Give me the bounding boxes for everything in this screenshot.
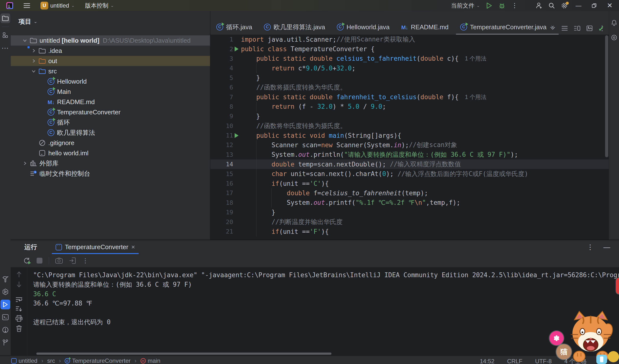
usages-inlay-hint[interactable]: 1 个用法 xyxy=(459,55,486,62)
editor-tab-README.md[interactable]: M↓README.md xyxy=(395,19,454,35)
window-minimize-button[interactable]: — xyxy=(572,1,585,11)
add-user-icon[interactable] xyxy=(534,1,544,10)
code-line-15[interactable]: 15 char unit=scan.next().charAt(0); //输入… xyxy=(211,169,619,179)
tree-item-Main[interactable]: CMain xyxy=(11,86,210,97)
settings-gear-icon[interactable] xyxy=(559,1,570,10)
stop-button[interactable] xyxy=(37,258,42,264)
code-line-3[interactable]: 3 public static double celsius_to_fahren… xyxy=(211,54,619,63)
tab-list-icon[interactable] xyxy=(562,26,567,31)
build-tool-button[interactable] xyxy=(0,274,10,284)
tree-item-临时文件和控制台[interactable]: 临时文件和控制台 xyxy=(11,168,210,179)
usages-inlay-hint[interactable]: 1 个用法 xyxy=(459,93,486,101)
run-panel-hide-icon[interactable]: — xyxy=(603,243,610,251)
code-line-1[interactable]: 1import java.util.Scanner;//使用Scanner类获取… xyxy=(211,35,619,44)
code-line-17[interactable]: 17 double f=celsius_to_fahrenheit(temp); xyxy=(211,188,619,198)
preview-image-icon[interactable] xyxy=(587,26,592,31)
status-item[interactable]: CRLF xyxy=(507,358,522,364)
console-output[interactable]: "C:\Program Files\Java\jdk-22\bin\java.e… xyxy=(27,267,619,356)
code-line-14[interactable]: 14 double temp=scan.nextDouble(); //输入双精… xyxy=(211,159,619,169)
debug-button[interactable] xyxy=(497,1,507,10)
rerun-button[interactable] xyxy=(23,257,30,264)
code-view[interactable]: 1import java.util.Scanner;//使用Scanner类获取… xyxy=(211,35,619,236)
editor-vertical-scrollbar[interactable] xyxy=(605,35,608,157)
breadcrumb-item-TemperatureConverter[interactable]: CTemperatureConverter xyxy=(65,357,130,364)
code-line-10[interactable]: 10 //函数将华氏度转换为摄氏度。 xyxy=(211,121,619,131)
search-everywhere-icon[interactable] xyxy=(546,1,557,10)
hidden-tabs-chevron-icon[interactable] xyxy=(550,27,555,30)
inspections-ok-check-icon[interactable]: ✓ xyxy=(598,24,604,33)
code-line-16[interactable]: 16 if(unit =='C'){ xyxy=(211,179,619,188)
split-editor-icon[interactable] xyxy=(574,26,580,31)
code-line-21[interactable]: 21 if(unit =='F'){ xyxy=(211,227,619,236)
services-tool-button[interactable] xyxy=(0,287,10,297)
code-line-4[interactable]: 4 return c*9.0/5.0+32.0; xyxy=(211,63,619,73)
tree-item-.gitignore[interactable]: .gitignore xyxy=(11,138,210,148)
run-tool-button[interactable] xyxy=(0,300,10,309)
next-occurrence-icon[interactable] xyxy=(16,281,22,287)
code-line-5[interactable]: 5 } xyxy=(211,73,619,83)
console-horizontal-scrollbar[interactable] xyxy=(36,352,331,355)
code-line-6[interactable]: 6 //函数将摄氏度转换为华氏度。 xyxy=(211,83,619,92)
code-line-2[interactable]: 2public class TemperatureConverter { xyxy=(211,44,619,54)
editor-tab-TemperatureConverter.java[interactable]: CTemperatureConverter.java× xyxy=(454,19,560,35)
code-line-19[interactable]: 19 } xyxy=(211,208,619,217)
code-line-18[interactable]: 18 System.out.printf("%.1f ℃=%.2f ℉\n",t… xyxy=(211,198,619,208)
print-icon[interactable] xyxy=(16,315,22,322)
code-line-7[interactable]: 7 public static double fahrenheit_to_cel… xyxy=(211,92,619,102)
prev-occurrence-icon[interactable] xyxy=(16,271,22,278)
more-tools-button[interactable]: ⋯ xyxy=(0,43,10,53)
main-menu-hamburger-icon[interactable] xyxy=(21,1,32,10)
terminal-tool-button[interactable] xyxy=(0,312,10,322)
vcs-widget[interactable]: 版本控制 ⌄ xyxy=(83,1,116,11)
status-item[interactable]: UTF-8 xyxy=(535,358,552,364)
more-actions-kebab-icon[interactable]: ⋮ xyxy=(509,1,520,10)
ai-assistant-icon[interactable] xyxy=(611,34,617,41)
window-restore-button[interactable] xyxy=(587,1,601,11)
project-widget[interactable]: U untitled ⌄ xyxy=(39,1,77,11)
run-panel-kebab-icon[interactable]: ⋮ xyxy=(587,243,594,251)
git-tool-button[interactable] xyxy=(0,338,10,348)
run-gutter-icon[interactable] xyxy=(235,47,239,51)
run-button[interactable] xyxy=(484,1,495,10)
code-line-8[interactable]: 8 return (f - 32.0) * 5.0 / 9.0; xyxy=(211,102,619,112)
tree-item-循环[interactable]: C循环 xyxy=(11,117,210,127)
tree-item-untitled[interactable]: untitled [hello world]D:\ASUS\Desktop\Ja… xyxy=(11,35,210,46)
notifications-bell-icon[interactable] xyxy=(611,19,617,26)
editor-tab-循环.java[interactable]: C循环.java xyxy=(211,19,258,35)
scroll-to-end-icon[interactable] xyxy=(16,306,22,312)
window-close-button[interactable]: ✕ xyxy=(603,1,617,11)
editor-tab-Helloworld.java[interactable]: CHelloworld.java xyxy=(331,19,395,35)
tree-item-欧几里得算法[interactable]: C欧几里得算法 xyxy=(11,127,210,138)
tree-item-hello world.iml[interactable]: hello world.iml xyxy=(11,148,210,158)
run-toolbar-kebab-icon[interactable]: ⋮ xyxy=(82,257,88,265)
status-item[interactable]: 14:52 xyxy=(480,358,494,364)
tree-item-外部库[interactable]: 外部库 xyxy=(11,158,210,168)
run-tab-close-icon[interactable]: × xyxy=(131,243,135,251)
tree-item-Helloworld[interactable]: CHelloworld xyxy=(11,76,210,86)
tree-item-.idea[interactable]: .idea xyxy=(11,46,210,56)
clear-console-trash-icon[interactable] xyxy=(16,325,22,332)
thread-dump-camera-icon[interactable] xyxy=(55,258,63,264)
tree-item-src[interactable]: src xyxy=(11,66,210,76)
run-tab[interactable]: TemperatureConverter × xyxy=(52,240,139,254)
project-tool-button[interactable] xyxy=(0,14,10,23)
code-line-12[interactable]: 12 Scanner scan=new Scanner(System.in);/… xyxy=(211,140,619,150)
run-gutter-icon[interactable] xyxy=(235,133,239,138)
code-line-20[interactable]: 20 //判断温度并输出华氏度 xyxy=(211,217,619,226)
tree-item-out[interactable]: out xyxy=(11,56,210,66)
attach-console-icon[interactable] xyxy=(69,257,76,264)
tree-item-README.md[interactable]: M↓README.md xyxy=(11,97,210,107)
project-panel-header[interactable]: 项目 ⌄ xyxy=(11,11,210,26)
code-line-13[interactable]: 13 System.out.println("请输入要转换的温度和单位：(例如 … xyxy=(211,150,619,159)
soft-wrap-icon[interactable] xyxy=(16,297,22,303)
editor-tab-欧几里得算法.java[interactable]: C欧几里得算法.java xyxy=(258,19,331,35)
structure-tool-button[interactable] xyxy=(0,30,10,40)
breadcrumb-item-untitled[interactable]: untitled xyxy=(11,357,37,364)
breadcrumb-item-main[interactable]: mmain xyxy=(141,357,160,364)
code-line-11[interactable]: 11 public static void main(String[]args)… xyxy=(211,131,619,140)
run-configuration-widget[interactable]: 当前文件 ⌄ xyxy=(449,1,482,11)
tree-item-TemperatureConverter[interactable]: CTemperatureConverter xyxy=(11,107,210,117)
breadcrumb-item-src[interactable]: src xyxy=(47,357,55,364)
problems-tool-button[interactable] xyxy=(0,325,10,335)
code-line-9[interactable]: 9 } xyxy=(211,112,619,121)
